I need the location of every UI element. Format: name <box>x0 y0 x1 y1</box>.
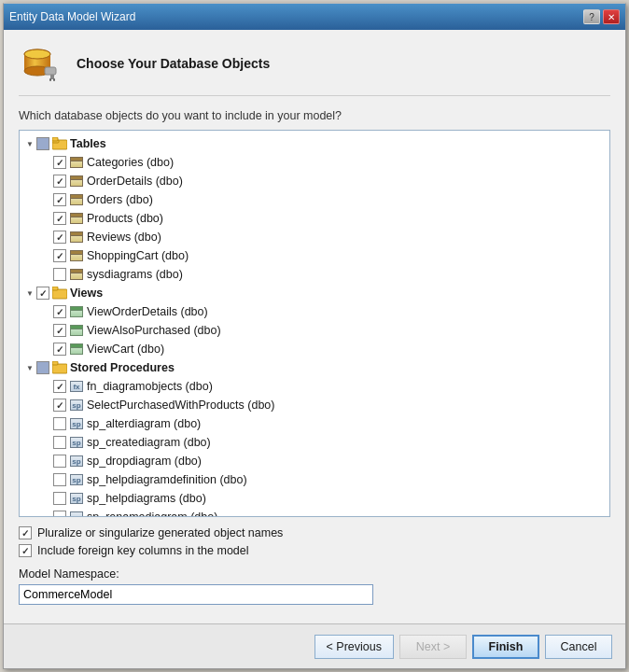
table-checkbox-6[interactable] <box>53 268 66 281</box>
proc-checkbox-0[interactable] <box>53 380 66 393</box>
tree-container[interactable]: ▼ Tables Categories (dbo) <box>19 130 610 517</box>
stored-procs-folder-icon <box>52 360 67 375</box>
proc-checkbox-1[interactable] <box>53 399 66 412</box>
view-icon-1 <box>69 323 84 338</box>
proc-checkbox-6[interactable] <box>53 492 66 505</box>
views-folder-icon <box>52 286 67 301</box>
titlebar: Entity Data Model Wizard ? ✕ <box>4 4 625 30</box>
proc-icon-3: sp <box>69 435 84 450</box>
svg-rect-8 <box>53 78 55 81</box>
stored-procs-checkbox[interactable] <box>36 361 49 374</box>
proc-icon-1: sp <box>69 398 84 413</box>
proc-item-1[interactable]: sp SelectPurchasedWithProducts (dbo) <box>20 396 609 414</box>
view-item-0[interactable]: ViewOrderDetails (dbo) <box>20 302 609 321</box>
table-icon-5 <box>69 248 84 263</box>
tables-folder-icon <box>52 136 67 151</box>
tables-checkbox[interactable] <box>36 137 49 150</box>
proc-icon-5: sp <box>69 472 84 487</box>
content-area: Choose Your Database Objects Which datab… <box>4 30 625 623</box>
proc-label-6: sp_helpdiagrams (dbo) <box>87 492 206 505</box>
table-checkbox-3[interactable] <box>53 212 66 225</box>
svg-rect-12 <box>52 289 67 299</box>
help-button[interactable]: ? <box>583 9 600 24</box>
spacer <box>40 436 53 449</box>
svg-rect-5 <box>45 67 56 75</box>
view-item-1[interactable]: ViewAlsoPurchased (dbo) <box>20 321 609 340</box>
svg-rect-7 <box>49 78 51 81</box>
spacer <box>40 268 53 281</box>
previous-button[interactable]: < Previous <box>314 635 394 659</box>
proc-icon-6: sp <box>69 491 84 506</box>
pluralize-checkbox[interactable] <box>19 526 32 539</box>
next-button[interactable]: Next > <box>399 635 467 659</box>
view-checkbox-1[interactable] <box>53 324 66 337</box>
proc-item-5[interactable]: sp sp_helpdiagramdefinition (dbo) <box>20 470 609 489</box>
footer: < Previous Next > Finish Cancel <box>4 623 625 668</box>
svg-rect-15 <box>52 361 58 365</box>
table-item-5[interactable]: ShoppingCart (dbo) <box>20 246 609 265</box>
table-checkbox-4[interactable] <box>53 231 66 244</box>
proc-label-2: sp_alterdiagram (dbo) <box>87 417 201 430</box>
spacer <box>40 324 53 337</box>
spacer <box>40 175 53 188</box>
table-item-2[interactable]: Orders (dbo) <box>20 190 609 209</box>
proc-item-3[interactable]: sp sp_creatediagram (dbo) <box>20 433 609 452</box>
view-checkbox-2[interactable] <box>53 343 66 356</box>
view-label-2: ViewCart (dbo) <box>87 343 164 356</box>
proc-label-3: sp_creatediagram (dbo) <box>87 436 211 449</box>
finish-button[interactable]: Finish <box>472 635 539 659</box>
table-item-0[interactable]: Categories (dbo) <box>20 153 609 172</box>
table-checkbox-5[interactable] <box>53 249 66 262</box>
spacer <box>40 455 53 468</box>
proc-item-4[interactable]: sp sp_dropdiagram (dbo) <box>20 452 609 470</box>
views-checkbox[interactable] <box>36 287 49 300</box>
table-label-5: ShoppingCart (dbo) <box>87 249 189 262</box>
proc-checkbox-4[interactable] <box>53 455 66 468</box>
table-item-1[interactable]: OrderDetails (dbo) <box>20 172 609 190</box>
window-title: Entity Data Model Wizard <box>9 10 135 23</box>
proc-icon-7: sp <box>69 510 84 517</box>
view-item-2[interactable]: ViewCart (dbo) <box>20 340 609 358</box>
proc-checkbox-5[interactable] <box>53 473 66 486</box>
table-icon-0 <box>69 155 84 170</box>
spacer <box>40 511 53 517</box>
proc-item-7[interactable]: sp sp_renamediagram (dbo) <box>20 508 609 517</box>
table-item-3[interactable]: Products (dbo) <box>20 209 609 228</box>
spacer <box>40 473 53 486</box>
foreign-key-checkbox[interactable] <box>19 544 32 557</box>
header-section: Choose Your Database Objects <box>19 41 610 96</box>
table-checkbox-0[interactable] <box>53 156 66 169</box>
stored-procs-group[interactable]: ▼ Stored Procedures <box>20 358 609 377</box>
spacer <box>40 249 53 262</box>
close-button[interactable]: ✕ <box>603 9 620 24</box>
proc-label-5: sp_helpdiagramdefinition (dbo) <box>87 473 247 486</box>
table-checkbox-1[interactable] <box>53 175 66 188</box>
table-icon-2 <box>69 192 84 207</box>
spacer <box>40 399 53 412</box>
table-icon-6 <box>69 267 84 282</box>
proc-item-2[interactable]: sp sp_alterdiagram (dbo) <box>20 414 609 433</box>
table-item-6[interactable]: sysdiagrams (dbo) <box>20 265 609 284</box>
table-label-0: Categories (dbo) <box>87 156 174 169</box>
cancel-button[interactable]: Cancel <box>545 635 612 659</box>
table-icon-3 <box>69 211 84 226</box>
view-icon-2 <box>69 342 84 357</box>
table-checkbox-2[interactable] <box>53 193 66 206</box>
proc-item-0[interactable]: fx fn_diagramobjects (dbo) <box>20 377 609 396</box>
proc-checkbox-2[interactable] <box>53 417 66 430</box>
table-label-2: Orders (dbo) <box>87 193 153 206</box>
views-group[interactable]: ▼ Views <box>20 284 609 302</box>
table-label-4: Reviews (dbo) <box>87 231 161 244</box>
table-item-4[interactable]: Reviews (dbo) <box>20 228 609 246</box>
proc-label-4: sp_dropdiagram (dbo) <box>87 455 202 468</box>
svg-rect-14 <box>52 364 67 373</box>
proc-checkbox-3[interactable] <box>53 436 66 449</box>
tables-group[interactable]: ▼ Tables <box>20 134 609 153</box>
table-label-3: Products (dbo) <box>87 212 163 225</box>
proc-item-6[interactable]: sp sp_helpdiagrams (dbo) <box>20 489 609 508</box>
spacer <box>40 417 53 430</box>
spacer <box>40 231 53 244</box>
view-checkbox-0[interactable] <box>53 305 66 318</box>
namespace-input[interactable] <box>19 584 373 605</box>
proc-checkbox-7[interactable] <box>53 511 66 517</box>
